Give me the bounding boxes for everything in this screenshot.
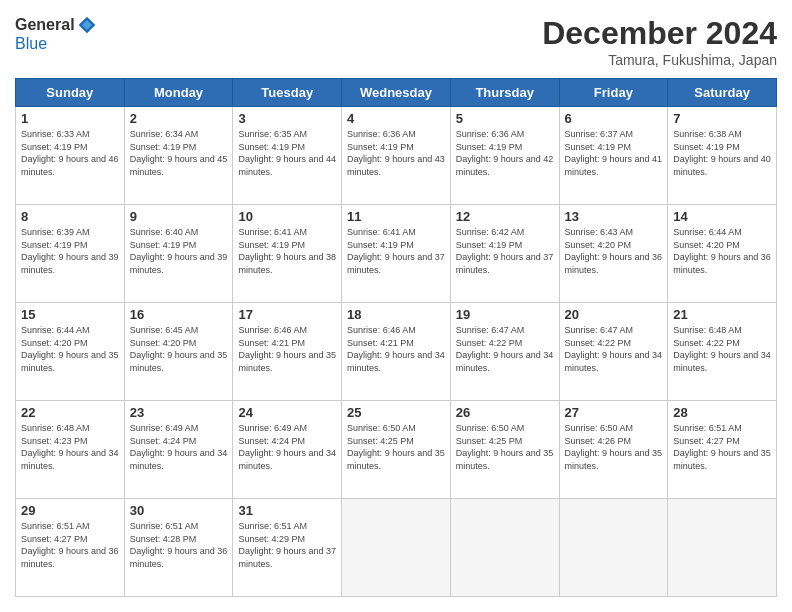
day-info: Sunrise: 6:37 AMSunset: 4:19 PMDaylight:… bbox=[565, 128, 663, 178]
day-number: 8 bbox=[21, 209, 119, 224]
day-number: 2 bbox=[130, 111, 228, 126]
day-number: 3 bbox=[238, 111, 336, 126]
day-number: 27 bbox=[565, 405, 663, 420]
calendar-header-thursday: Thursday bbox=[450, 79, 559, 107]
day-number: 13 bbox=[565, 209, 663, 224]
day-number: 20 bbox=[565, 307, 663, 322]
day-info: Sunrise: 6:38 AMSunset: 4:19 PMDaylight:… bbox=[673, 128, 771, 178]
calendar-cell: 27Sunrise: 6:50 AMSunset: 4:26 PMDayligh… bbox=[559, 401, 668, 499]
calendar-cell: 24Sunrise: 6:49 AMSunset: 4:24 PMDayligh… bbox=[233, 401, 342, 499]
calendar-cell bbox=[559, 499, 668, 597]
day-info: Sunrise: 6:48 AMSunset: 4:22 PMDaylight:… bbox=[673, 324, 771, 374]
day-number: 29 bbox=[21, 503, 119, 518]
day-number: 12 bbox=[456, 209, 554, 224]
calendar-cell: 6Sunrise: 6:37 AMSunset: 4:19 PMDaylight… bbox=[559, 107, 668, 205]
day-number: 16 bbox=[130, 307, 228, 322]
calendar-cell: 31Sunrise: 6:51 AMSunset: 4:29 PMDayligh… bbox=[233, 499, 342, 597]
day-info: Sunrise: 6:48 AMSunset: 4:23 PMDaylight:… bbox=[21, 422, 119, 472]
calendar-cell: 26Sunrise: 6:50 AMSunset: 4:25 PMDayligh… bbox=[450, 401, 559, 499]
day-number: 23 bbox=[130, 405, 228, 420]
calendar-header-tuesday: Tuesday bbox=[233, 79, 342, 107]
day-number: 7 bbox=[673, 111, 771, 126]
calendar-week-1: 8Sunrise: 6:39 AMSunset: 4:19 PMDaylight… bbox=[16, 205, 777, 303]
day-info: Sunrise: 6:44 AMSunset: 4:20 PMDaylight:… bbox=[673, 226, 771, 276]
day-number: 1 bbox=[21, 111, 119, 126]
day-number: 18 bbox=[347, 307, 445, 322]
day-info: Sunrise: 6:51 AMSunset: 4:27 PMDaylight:… bbox=[21, 520, 119, 570]
location: Tamura, Fukushima, Japan bbox=[542, 52, 777, 68]
day-info: Sunrise: 6:47 AMSunset: 4:22 PMDaylight:… bbox=[456, 324, 554, 374]
calendar-header-saturday: Saturday bbox=[668, 79, 777, 107]
calendar-cell: 11Sunrise: 6:41 AMSunset: 4:19 PMDayligh… bbox=[342, 205, 451, 303]
calendar-cell: 5Sunrise: 6:36 AMSunset: 4:19 PMDaylight… bbox=[450, 107, 559, 205]
calendar-cell: 22Sunrise: 6:48 AMSunset: 4:23 PMDayligh… bbox=[16, 401, 125, 499]
day-number: 24 bbox=[238, 405, 336, 420]
logo: General Blue bbox=[15, 15, 97, 53]
calendar-cell: 21Sunrise: 6:48 AMSunset: 4:22 PMDayligh… bbox=[668, 303, 777, 401]
calendar-cell bbox=[450, 499, 559, 597]
day-number: 19 bbox=[456, 307, 554, 322]
day-info: Sunrise: 6:45 AMSunset: 4:20 PMDaylight:… bbox=[130, 324, 228, 374]
calendar-header-sunday: Sunday bbox=[16, 79, 125, 107]
calendar-cell: 12Sunrise: 6:42 AMSunset: 4:19 PMDayligh… bbox=[450, 205, 559, 303]
calendar-cell: 3Sunrise: 6:35 AMSunset: 4:19 PMDaylight… bbox=[233, 107, 342, 205]
calendar-cell: 30Sunrise: 6:51 AMSunset: 4:28 PMDayligh… bbox=[124, 499, 233, 597]
day-number: 28 bbox=[673, 405, 771, 420]
day-number: 31 bbox=[238, 503, 336, 518]
logo-icon bbox=[77, 15, 97, 35]
calendar-cell: 1Sunrise: 6:33 AMSunset: 4:19 PMDaylight… bbox=[16, 107, 125, 205]
calendar-cell bbox=[342, 499, 451, 597]
day-number: 22 bbox=[21, 405, 119, 420]
day-info: Sunrise: 6:35 AMSunset: 4:19 PMDaylight:… bbox=[238, 128, 336, 178]
calendar-header-monday: Monday bbox=[124, 79, 233, 107]
day-info: Sunrise: 6:39 AMSunset: 4:19 PMDaylight:… bbox=[21, 226, 119, 276]
calendar-cell: 25Sunrise: 6:50 AMSunset: 4:25 PMDayligh… bbox=[342, 401, 451, 499]
header: General Blue December 2024 Tamura, Fukus… bbox=[15, 15, 777, 68]
calendar-cell: 20Sunrise: 6:47 AMSunset: 4:22 PMDayligh… bbox=[559, 303, 668, 401]
day-info: Sunrise: 6:47 AMSunset: 4:22 PMDaylight:… bbox=[565, 324, 663, 374]
day-info: Sunrise: 6:43 AMSunset: 4:20 PMDaylight:… bbox=[565, 226, 663, 276]
day-number: 26 bbox=[456, 405, 554, 420]
calendar-table: SundayMondayTuesdayWednesdayThursdayFrid… bbox=[15, 78, 777, 597]
calendar-cell: 8Sunrise: 6:39 AMSunset: 4:19 PMDaylight… bbox=[16, 205, 125, 303]
calendar-week-0: 1Sunrise: 6:33 AMSunset: 4:19 PMDaylight… bbox=[16, 107, 777, 205]
day-number: 30 bbox=[130, 503, 228, 518]
calendar-header-row: SundayMondayTuesdayWednesdayThursdayFrid… bbox=[16, 79, 777, 107]
calendar-cell: 14Sunrise: 6:44 AMSunset: 4:20 PMDayligh… bbox=[668, 205, 777, 303]
logo-blue: Blue bbox=[15, 35, 47, 53]
title-section: December 2024 Tamura, Fukushima, Japan bbox=[542, 15, 777, 68]
day-number: 14 bbox=[673, 209, 771, 224]
day-number: 6 bbox=[565, 111, 663, 126]
calendar-cell: 19Sunrise: 6:47 AMSunset: 4:22 PMDayligh… bbox=[450, 303, 559, 401]
day-number: 21 bbox=[673, 307, 771, 322]
day-number: 11 bbox=[347, 209, 445, 224]
calendar-week-2: 15Sunrise: 6:44 AMSunset: 4:20 PMDayligh… bbox=[16, 303, 777, 401]
day-info: Sunrise: 6:34 AMSunset: 4:19 PMDaylight:… bbox=[130, 128, 228, 178]
calendar-cell: 16Sunrise: 6:45 AMSunset: 4:20 PMDayligh… bbox=[124, 303, 233, 401]
calendar-cell: 7Sunrise: 6:38 AMSunset: 4:19 PMDaylight… bbox=[668, 107, 777, 205]
calendar-cell: 4Sunrise: 6:36 AMSunset: 4:19 PMDaylight… bbox=[342, 107, 451, 205]
day-number: 15 bbox=[21, 307, 119, 322]
day-info: Sunrise: 6:51 AMSunset: 4:27 PMDaylight:… bbox=[673, 422, 771, 472]
calendar-cell: 28Sunrise: 6:51 AMSunset: 4:27 PMDayligh… bbox=[668, 401, 777, 499]
calendar-header-friday: Friday bbox=[559, 79, 668, 107]
calendar-cell: 17Sunrise: 6:46 AMSunset: 4:21 PMDayligh… bbox=[233, 303, 342, 401]
calendar-cell: 29Sunrise: 6:51 AMSunset: 4:27 PMDayligh… bbox=[16, 499, 125, 597]
day-info: Sunrise: 6:51 AMSunset: 4:29 PMDaylight:… bbox=[238, 520, 336, 570]
calendar-cell: 13Sunrise: 6:43 AMSunset: 4:20 PMDayligh… bbox=[559, 205, 668, 303]
logo-general: General bbox=[15, 16, 75, 34]
calendar-week-4: 29Sunrise: 6:51 AMSunset: 4:27 PMDayligh… bbox=[16, 499, 777, 597]
day-info: Sunrise: 6:40 AMSunset: 4:19 PMDaylight:… bbox=[130, 226, 228, 276]
calendar-week-3: 22Sunrise: 6:48 AMSunset: 4:23 PMDayligh… bbox=[16, 401, 777, 499]
calendar-cell: 23Sunrise: 6:49 AMSunset: 4:24 PMDayligh… bbox=[124, 401, 233, 499]
day-info: Sunrise: 6:36 AMSunset: 4:19 PMDaylight:… bbox=[456, 128, 554, 178]
day-info: Sunrise: 6:50 AMSunset: 4:25 PMDaylight:… bbox=[456, 422, 554, 472]
day-info: Sunrise: 6:46 AMSunset: 4:21 PMDaylight:… bbox=[238, 324, 336, 374]
calendar-cell: 9Sunrise: 6:40 AMSunset: 4:19 PMDaylight… bbox=[124, 205, 233, 303]
day-info: Sunrise: 6:44 AMSunset: 4:20 PMDaylight:… bbox=[21, 324, 119, 374]
day-info: Sunrise: 6:50 AMSunset: 4:26 PMDaylight:… bbox=[565, 422, 663, 472]
day-number: 17 bbox=[238, 307, 336, 322]
day-info: Sunrise: 6:36 AMSunset: 4:19 PMDaylight:… bbox=[347, 128, 445, 178]
day-info: Sunrise: 6:33 AMSunset: 4:19 PMDaylight:… bbox=[21, 128, 119, 178]
calendar-cell: 15Sunrise: 6:44 AMSunset: 4:20 PMDayligh… bbox=[16, 303, 125, 401]
